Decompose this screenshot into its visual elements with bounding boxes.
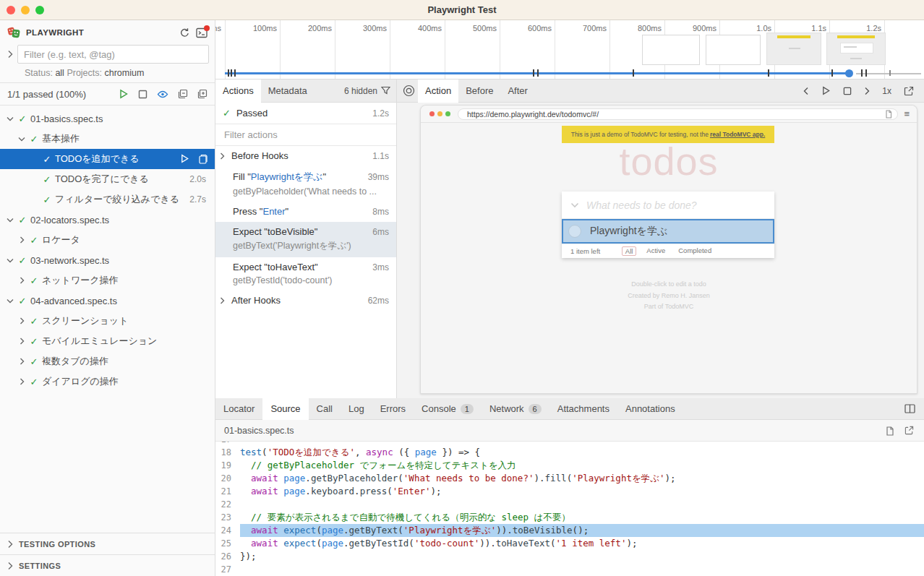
chevron-down-icon[interactable] [4, 298, 16, 304]
todo-item-highlighted[interactable]: Playwrightを学ぶ [562, 219, 774, 244]
chevron-right-icon[interactable] [7, 50, 13, 59]
chevron-right-icon[interactable] [16, 378, 27, 385]
tab-source[interactable]: Source [262, 398, 308, 420]
tab-metadata[interactable]: Metadata [261, 79, 315, 103]
film-strip-thumbnail[interactable] [766, 33, 821, 65]
pass-check-icon: ✓ [27, 316, 40, 327]
copy-test-icon[interactable] [198, 154, 208, 164]
zoom-window-button[interactable] [35, 6, 44, 14]
tree-item-01-basics[interactable]: ✓01-basics.spec.ts [0, 108, 215, 129]
filter-active[interactable]: Active [643, 246, 668, 256]
refresh-icon[interactable] [179, 27, 190, 38]
timeline-playhead[interactable] [845, 69, 853, 77]
step-back-icon[interactable] [803, 87, 809, 95]
filter-tests-input[interactable] [17, 45, 209, 64]
chevron-right-icon[interactable] [16, 338, 27, 345]
pick-locator-target-icon[interactable] [403, 85, 415, 97]
filter-completed[interactable]: Completed [675, 246, 714, 256]
run-test-icon[interactable] [180, 154, 189, 164]
film-strip-thumbnail[interactable] [642, 35, 700, 65]
run-tests-icon[interactable] [119, 89, 129, 99]
tree-item-basic-ops[interactable]: ✓基本操作 [0, 129, 215, 149]
tab-network[interactable]: Network6 [482, 398, 549, 420]
play-icon[interactable] [821, 86, 831, 95]
chevron-right-icon[interactable] [220, 152, 230, 160]
filter-actions-input[interactable] [215, 129, 396, 140]
tree-item-network-ops[interactable]: ✓ネットワーク操作 [0, 270, 215, 291]
filter-all[interactable]: All [622, 246, 637, 256]
split-view-icon[interactable] [904, 404, 924, 413]
tab-call[interactable]: Call [309, 398, 341, 420]
todo-checkbox[interactable] [568, 225, 581, 238]
tab-before[interactable]: Before [458, 79, 500, 103]
funnel-icon[interactable] [381, 86, 390, 95]
tab-annotations[interactable]: Annotations [617, 398, 683, 420]
status-projects-line[interactable]: Status: all Projects: chromium [0, 66, 215, 83]
stop-icon[interactable] [843, 87, 852, 95]
chevron-down-icon[interactable] [16, 137, 27, 142]
tree-item-04-advanced[interactable]: ✓04-advanced.spec.ts [0, 291, 215, 311]
close-window-button[interactable] [7, 6, 15, 14]
tree-item-complete-todo[interactable]: ✓TODOを完了にできる2.0s [0, 169, 215, 189]
filter-actions-row [215, 124, 396, 146]
tab-console[interactable]: Console1 [414, 398, 482, 420]
browser-menu-icon[interactable]: ≡ [904, 108, 910, 119]
trace-timeline[interactable]: 0ms 100ms 200ms 300ms 400ms 500ms 600ms … [215, 20, 924, 79]
tree-item-screenshot[interactable]: ✓スクリーンショット [0, 311, 215, 331]
copy-source-icon[interactable] [886, 426, 894, 436]
tab-after[interactable]: After [500, 79, 534, 103]
traffic-lights[interactable] [7, 6, 44, 14]
action-expect-tobevisible[interactable]: Expect "toBeVisible"6msgetByText('Playwr… [215, 222, 396, 257]
toggle-all-chevron-icon[interactable] [570, 202, 579, 208]
action-before-hooks[interactable]: Before Hooks1.1s [215, 146, 396, 166]
film-strip-thumbnail[interactable] [706, 35, 761, 65]
address-bar[interactable]: https://demo.playwright.dev/todomvc/#/ [458, 108, 898, 120]
chevron-right-icon[interactable] [220, 297, 230, 304]
chevron-right-icon[interactable] [16, 236, 27, 244]
new-todo-row[interactable]: What needs to be done? [562, 192, 774, 219]
pass-check-icon: ✓ [16, 215, 29, 225]
tab-attachments[interactable]: Attachments [549, 398, 617, 420]
watch-eye-icon[interactable] [157, 90, 168, 99]
tab-action[interactable]: Action [418, 79, 458, 103]
tree-item-mobile-emulation[interactable]: ✓モバイルエミュレーション [0, 331, 215, 351]
chevron-right-icon[interactable] [16, 277, 27, 284]
copy-url-icon[interactable] [885, 110, 892, 119]
step-forward-icon[interactable] [864, 87, 870, 95]
expand-all-icon[interactable] [197, 89, 208, 99]
tree-item-03-network[interactable]: ✓03-network.spec.ts [0, 250, 215, 270]
tree-item-02-locators[interactable]: ✓02-locators.spec.ts [0, 210, 215, 230]
action-after-hooks[interactable]: After Hooks62ms [215, 291, 396, 311]
action-press[interactable]: Press "Enter"8ms [215, 202, 396, 222]
tab-errors[interactable]: Errors [372, 398, 414, 420]
collapse-all-icon[interactable] [178, 89, 188, 99]
todo-card: What needs to be done? Playwrightを学ぶ 1 i… [562, 192, 774, 258]
tree-item-multi-tab[interactable]: ✓複数タブの操作 [0, 351, 215, 371]
hidden-actions-filter[interactable]: 6 hidden [344, 86, 396, 96]
tree-item-dialog-ops[interactable]: ✓ダイアログの操作 [0, 371, 215, 392]
open-external-icon[interactable] [904, 86, 914, 96]
chevron-down-icon[interactable] [4, 116, 16, 121]
section-settings[interactable]: SETTINGS [0, 554, 215, 576]
tree-item-locators[interactable]: ✓ロケータ [0, 230, 215, 250]
tab-locator[interactable]: Locator [215, 398, 262, 420]
stop-icon[interactable] [138, 90, 147, 99]
minimize-window-button[interactable] [21, 6, 30, 14]
action-expect-tohavetext[interactable]: Expect "toHaveText"3msgetByTestId('todo-… [215, 257, 396, 291]
sidebar-header: PLAYWRIGHT [0, 20, 215, 45]
chevron-down-icon[interactable] [4, 258, 16, 263]
tab-log[interactable]: Log [341, 398, 372, 420]
tab-actions[interactable]: Actions [215, 79, 261, 103]
source-code[interactable]: 17 18test('TODOを追加できる', async ({ page })… [215, 442, 924, 576]
tree-item-add-todo-selected[interactable]: ✓TODOを追加できる [0, 149, 215, 169]
film-strip-thumbnail[interactable] [826, 33, 886, 65]
open-source-external-icon[interactable] [904, 426, 914, 436]
action-fill[interactable]: Fill "Playwrightを学ぶ"39msgetByPlaceholder… [215, 166, 396, 202]
chevron-right-icon[interactable] [16, 358, 27, 365]
section-testing-options[interactable]: TESTING OPTIONS [0, 533, 215, 554]
tree-item-filter-todo[interactable]: ✓フィルターで絞り込みできる2.7s [0, 189, 215, 210]
playback-speed[interactable]: 1x [882, 86, 891, 96]
terminal-icon[interactable] [196, 27, 208, 38]
chevron-down-icon[interactable] [4, 218, 16, 223]
chevron-right-icon[interactable] [16, 317, 27, 324]
